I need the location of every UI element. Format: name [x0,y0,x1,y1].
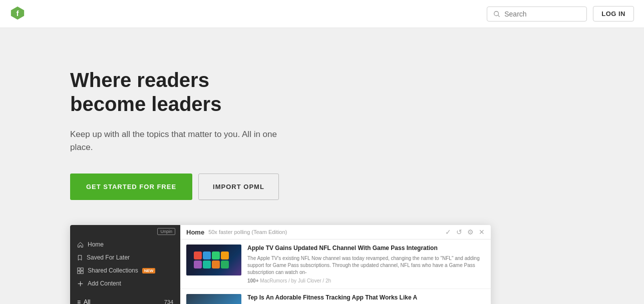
sidebar-nav-shared-label: Shared Collections [88,267,138,274]
get-started-button[interactable]: GET STARTED FOR FREE [70,174,192,200]
hero-title: Where readers become leaders [70,68,280,116]
new-badge: NEW [142,268,156,274]
svg-rect-6 [78,271,80,274]
article-content: Tep Is An Adorable Fitness Tracking App … [247,294,485,304]
gear-icon[interactable]: ⚙ [467,228,474,236]
logo[interactable]: f [10,6,25,22]
article-content: Apple TV Gains Updated NFL Channel With … [247,244,485,284]
bookmark-icon [77,254,83,261]
sidebar-nav-saved[interactable]: Saved For Later [70,251,180,264]
check-icon[interactable]: ✓ [445,228,451,236]
sidebar-nav-home[interactable]: Home [70,238,180,251]
sidebar-nav-home-label: Home [88,241,104,248]
toolbar-icons: ✓ ↺ ⚙ ✕ [445,228,485,236]
article-item[interactable]: Tep Is An Adorable Fitness Tracking App … [180,289,491,304]
hero-subtitle: Keep up with all the topics that matter … [70,128,280,154]
sidebar-unpin-area: Unpin [70,225,180,238]
article-thumbnail [186,294,241,304]
sidebar-nav-shared[interactable]: Shared Collections NEW [70,264,180,277]
article-excerpt: The Apple TV's existing NFL Now channel … [247,255,485,276]
grid-icon [77,268,84,274]
article-item[interactable]: Apple TV Gains Updated NFL Channel With … [180,240,491,289]
header-right: LOG IN [487,6,634,22]
close-icon[interactable]: ✕ [479,228,485,236]
search-box[interactable] [487,6,587,22]
sidebar-list-all[interactable]: ≡ All 734 [70,296,180,304]
sidebar-nav-saved-label: Saved For Later [87,254,130,261]
toolbar-polling-label: 50x faster polling (Team Edition) [208,229,441,235]
main-content: Where readers become leaders Keep up wit… [0,28,644,304]
sidebar-all-label: All [84,298,90,304]
search-icon [493,10,500,18]
unpin-badge: Unpin [157,228,175,235]
home-icon [77,242,84,248]
svg-rect-5 [81,268,83,270]
article-meta: 100+ MacRumors / by Juli Clover / 2h [247,278,485,284]
import-opml-button[interactable]: IMPORT OPML [198,174,279,200]
search-input[interactable] [504,10,580,18]
svg-line-3 [498,15,500,16]
app-preview: Unpin Home Saved For Later [70,225,491,304]
cta-buttons: GET STARTED FOR FREE IMPORT OPML [70,174,644,200]
sidebar-nav-add[interactable]: Add Content [70,277,180,290]
sidebar-all-count: 734 [164,299,173,304]
login-button[interactable]: LOG IN [593,6,634,22]
plus-icon [77,280,84,287]
all-icon: ≡ [77,298,81,304]
article-title: Tep Is An Adorable Fitness Tracking App … [247,294,485,302]
preview-sidebar: Unpin Home Saved For Later [70,225,180,304]
preview-main: Home 50x faster polling (Team Edition) ✓… [180,225,491,304]
article-thumbnail [186,244,241,276]
svg-rect-4 [78,268,80,270]
sidebar-nav-add-label: Add Content [88,280,121,287]
header: f LOG IN [0,0,644,28]
preview-articles: Apple TV Gains Updated NFL Channel With … [180,240,491,304]
article-title: Apple TV Gains Updated NFL Channel With … [247,244,485,252]
refresh-icon[interactable]: ↺ [456,228,462,236]
svg-rect-7 [81,271,83,274]
toolbar-home-label: Home [186,228,204,236]
preview-toolbar: Home 50x faster polling (Team Edition) ✓… [180,225,491,240]
